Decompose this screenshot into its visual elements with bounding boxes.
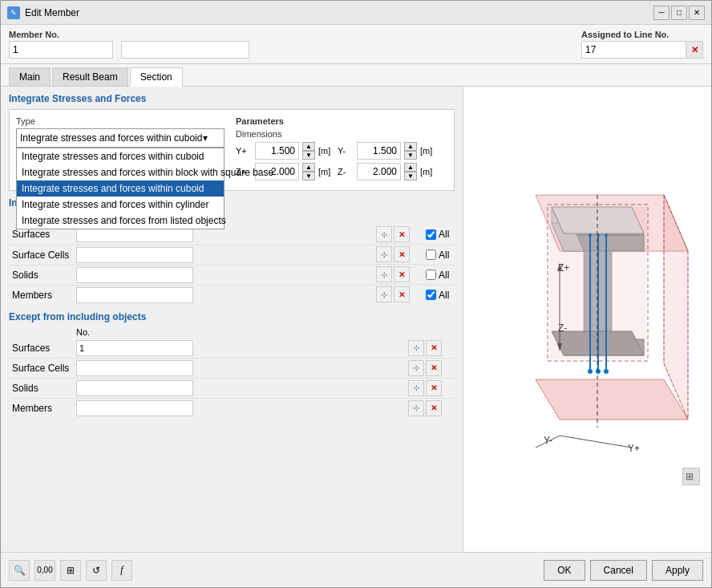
form-two-col: Type Integrate stresses and forces withi…: [16, 116, 447, 184]
apply-button[interactable]: Apply: [652, 560, 703, 581]
type-option-3[interactable]: Integrate stresses and forces within cyl…: [17, 197, 224, 213]
except-surfaces-clear-button[interactable]: ✕: [426, 340, 442, 356]
type-option-1[interactable]: Integrate stresses and forces within blo…: [17, 164, 224, 180]
yminus-spin-down[interactable]: ▼: [404, 151, 417, 160]
type-dropdown[interactable]: Integrate stresses and forces within cub…: [16, 128, 225, 148]
yminus-label: Y-: [338, 146, 354, 156]
integrate-title: Integrate Stresses and Forces: [9, 93, 455, 104]
except-surfacecells-input[interactable]: [76, 360, 193, 376]
except-members-clear-button[interactable]: ✕: [426, 400, 442, 416]
surfaces-clear-button[interactable]: ✕: [394, 226, 410, 242]
tab-section[interactable]: Section: [130, 67, 183, 87]
zminus-spin-up[interactable]: ▲: [404, 163, 417, 172]
except-solids-select-button[interactable]: ⊹: [408, 380, 424, 396]
except-members-input-cell: [73, 399, 407, 419]
cancel-button[interactable]: Cancel: [590, 560, 647, 581]
member-no2-input[interactable]: [121, 41, 249, 59]
yplus-spin-up[interactable]: ▲: [302, 142, 315, 151]
type-label: Type: [16, 116, 228, 126]
except-surfacecells-select-button[interactable]: ⊹: [408, 360, 424, 376]
zplus-spin-up[interactable]: ▲: [302, 163, 315, 172]
dimensions-label: Dimensions: [236, 129, 447, 139]
except-members-input[interactable]: [76, 400, 193, 416]
type-dropdown-display[interactable]: Integrate stresses and forces within cub…: [16, 128, 225, 148]
zplus-spin: ▲ ▼: [302, 163, 315, 180]
surfacecells-select-button[interactable]: ⊹: [376, 246, 392, 262]
title-icon: ✎: [7, 6, 20, 19]
surfaces-all-checkbox[interactable]: [426, 229, 436, 240]
yminus-input[interactable]: [357, 142, 401, 160]
except-surfaces-input[interactable]: [76, 340, 193, 356]
svg-point-19: [588, 369, 593, 374]
yminus-spin-up[interactable]: ▲: [404, 142, 417, 151]
members-select-button[interactable]: ⊹: [376, 286, 392, 302]
svg-text:Y+: Y+: [628, 443, 640, 454]
except-surfacecells-input-cell: [73, 359, 407, 379]
tab-main[interactable]: Main: [9, 67, 51, 86]
except-members-select-button[interactable]: ⊹: [408, 400, 424, 416]
except-solids-actions: ⊹ ✕: [407, 379, 455, 399]
footer: 🔍 0,00 ⊞ ↺ f OK Cancel Apply: [1, 552, 711, 587]
params-title: Parameters: [236, 116, 447, 126]
surfacecells-input[interactable]: [76, 247, 193, 263]
except-solids-clear-button[interactable]: ✕: [426, 380, 442, 396]
viz-expand-button[interactable]: ⊞: [682, 468, 700, 488]
ok-button[interactable]: OK: [544, 560, 585, 581]
svg-text:Y-: Y-: [544, 435, 552, 446]
footer-value-button[interactable]: 0,00: [34, 560, 55, 581]
type-option-4[interactable]: Integrate stresses and forces from liste…: [17, 213, 224, 229]
yplus-input[interactable]: [255, 142, 299, 160]
solids-input-cell: [73, 265, 374, 285]
assigned-input[interactable]: [581, 41, 686, 59]
content-area: Integrate Stresses and Forces Type Integ…: [1, 87, 711, 552]
except-surfaces-actions: ⊹ ✕: [407, 339, 455, 359]
zplus-spin-down[interactable]: ▼: [302, 172, 315, 180]
footer-function-button[interactable]: f: [111, 560, 132, 581]
solids-all-group: All: [426, 270, 451, 281]
zminus-spin-down[interactable]: ▼: [404, 172, 417, 180]
assigned-clear-button[interactable]: ✕: [686, 41, 703, 59]
zminus-input[interactable]: [357, 163, 401, 180]
except-members-actions: ⊹ ✕: [407, 399, 455, 418]
zplus-unit-prefix: [m]: [318, 167, 334, 176]
yplus-spin-down[interactable]: ▼: [302, 151, 315, 160]
svg-rect-37: [550, 207, 646, 359]
viz-svg: Z+ Z- Y- Y+: [471, 147, 704, 492]
maximize-button[interactable]: □: [671, 6, 687, 20]
svg-marker-3: [536, 379, 688, 420]
except-surfacecells-clear-button[interactable]: ✕: [426, 360, 442, 376]
solids-all-checkbox[interactable]: [426, 270, 436, 280]
surfacecells-all-checkbox[interactable]: [426, 249, 436, 260]
type-col: Type Integrate stresses and forces withi…: [16, 116, 228, 184]
minimize-button[interactable]: ─: [653, 6, 670, 20]
surfaces-select-button[interactable]: ⊹: [376, 226, 392, 242]
assigned-group: Assigned to Line No. ✕: [581, 30, 703, 59]
solids-actions: ⊹ ✕: [374, 265, 423, 285]
tabs-bar: Main Result Beam Section: [1, 64, 711, 87]
members-all-checkbox[interactable]: [426, 290, 436, 300]
surfaces-all-label: All: [439, 229, 449, 240]
surfacecells-clear-button[interactable]: ✕: [394, 246, 410, 262]
member-no-input[interactable]: [9, 41, 113, 59]
solids-clear-button[interactable]: ✕: [394, 266, 410, 282]
tab-result-beam[interactable]: Result Beam: [52, 67, 128, 86]
close-button[interactable]: ✕: [689, 6, 705, 20]
footer-right: OK Cancel Apply: [544, 560, 703, 581]
yplus-label: Y+: [236, 146, 252, 156]
solids-input[interactable]: [76, 267, 193, 283]
except-surfacecells-label: Surface Cells: [9, 359, 73, 379]
zminus-spin: ▲ ▼: [404, 163, 417, 180]
members-input[interactable]: [76, 287, 193, 303]
yplus-row: Y+ ▲ ▼ [m] Y- ▲ ▼: [236, 142, 447, 160]
member-no2-label: [121, 30, 249, 39]
members-clear-button[interactable]: ✕: [394, 286, 410, 302]
except-solids-input[interactable]: [76, 380, 193, 396]
footer-grid-button[interactable]: ⊞: [60, 560, 81, 581]
solids-select-button[interactable]: ⊹: [376, 266, 392, 282]
type-option-2[interactable]: Integrate stresses and forces within cub…: [17, 180, 224, 197]
footer-refresh-button[interactable]: ↺: [86, 560, 107, 581]
type-dropdown-list: Integrate stresses and forces within cub…: [16, 148, 225, 229]
type-option-0[interactable]: Integrate stresses and forces within cub…: [17, 148, 224, 164]
except-surfaces-select-button[interactable]: ⊹: [408, 340, 424, 356]
footer-search-button[interactable]: 🔍: [9, 560, 30, 581]
